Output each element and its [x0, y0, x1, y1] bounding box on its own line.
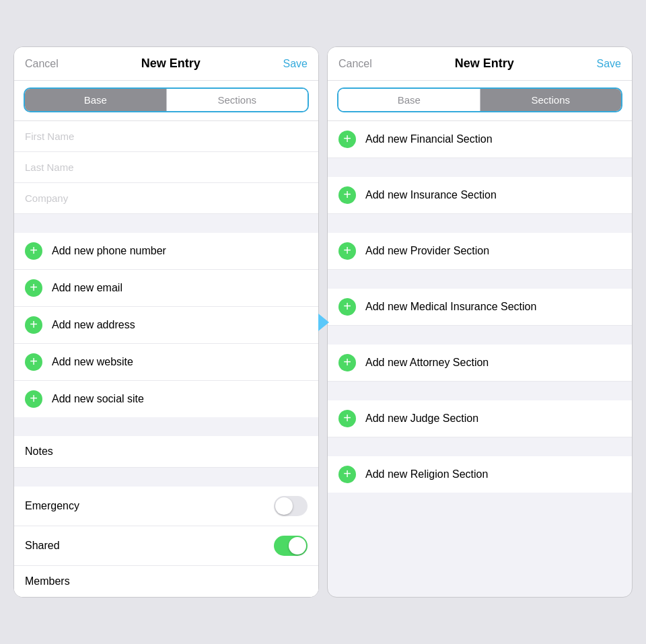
company-field[interactable] [14, 183, 318, 214]
add-address-item[interactable]: Add new address [14, 307, 318, 344]
add-email-label: Add new email [52, 282, 122, 294]
right-divider-6 [328, 437, 632, 456]
religion-label: Add new Religion Section [365, 468, 488, 480]
left-save-button[interactable]: Save [283, 58, 308, 70]
attorney-label: Add new Attorney Section [365, 357, 489, 369]
notes-label: Notes [25, 445, 92, 458]
right-divider-5 [328, 382, 632, 400]
company-input[interactable] [25, 192, 308, 204]
first-name-field[interactable] [14, 121, 318, 152]
emergency-toggle[interactable] [274, 496, 308, 516]
right-tab-base[interactable]: Base [338, 89, 480, 111]
judge-label: Add new Judge Section [365, 413, 478, 425]
medical-section-item[interactable]: Add new Medical Insurance Section [328, 289, 632, 326]
financial-plus-icon [338, 131, 356, 148]
insurance-plus-icon [338, 186, 356, 204]
right-panel: Cancel New Entry Save Base Sections Add … [327, 46, 633, 598]
left-header: Cancel New Entry Save [14, 47, 318, 81]
right-divider-1 [328, 158, 632, 177]
left-toggles-section: Emergency Shared Members [14, 487, 318, 597]
add-address-icon [25, 316, 42, 334]
right-header: Cancel New Entry Save [328, 47, 632, 81]
insurance-label: Add new Insurance Section [365, 189, 497, 201]
left-cancel-button[interactable]: Cancel [25, 58, 59, 70]
center-arrow-icon [318, 314, 329, 331]
add-website-icon [25, 353, 42, 371]
shared-label: Shared [25, 540, 60, 552]
shared-toggle[interactable] [274, 536, 308, 556]
first-name-input[interactable] [25, 131, 308, 142]
right-tab-bar: Base Sections [328, 81, 632, 121]
financial-label: Add new Financial Section [365, 133, 493, 145]
add-social-icon [25, 390, 42, 408]
medical-label: Add new Medical Insurance Section [365, 301, 536, 313]
last-name-input[interactable] [25, 162, 308, 173]
left-divider-2 [14, 417, 318, 436]
right-divider-4 [328, 326, 632, 345]
religion-plus-icon [338, 466, 356, 483]
add-email-item[interactable]: Add new email [14, 270, 318, 307]
financial-section-item[interactable]: Add new Financial Section [328, 121, 632, 158]
left-tab-bar: Base Sections [14, 81, 318, 121]
add-social-label: Add new social site [52, 393, 144, 405]
right-cancel-button[interactable]: Cancel [338, 58, 372, 70]
right-save-button[interactable]: Save [597, 58, 621, 70]
left-notes-section: Notes [14, 436, 318, 468]
last-name-field[interactable] [14, 152, 318, 183]
add-website-label: Add new website [52, 356, 133, 368]
emergency-toggle-knob [275, 497, 293, 515]
left-divider-3 [14, 468, 318, 487]
right-divider-2 [328, 214, 632, 233]
left-title: New Entry [141, 57, 201, 71]
emergency-label: Emergency [25, 500, 79, 512]
judge-plus-icon [338, 410, 356, 427]
right-divider-3 [328, 270, 632, 289]
attorney-plus-icon [338, 354, 356, 371]
right-sections-list: Add new Financial Section Add new Insura… [328, 121, 632, 493]
right-tab-sections[interactable]: Sections [480, 89, 622, 111]
left-actions-section: Add new phone number Add new email Add n… [14, 233, 318, 417]
add-website-item[interactable]: Add new website [14, 344, 318, 381]
left-tab-base[interactable]: Base [25, 89, 167, 111]
religion-section-item[interactable]: Add new Religion Section [328, 456, 632, 493]
right-tab-group: Base Sections [337, 87, 622, 112]
add-address-label: Add new address [52, 319, 135, 331]
insurance-section-item[interactable]: Add new Insurance Section [328, 177, 632, 214]
left-panel: Cancel New Entry Save Base Sections [13, 46, 319, 598]
add-social-item[interactable]: Add new social site [14, 381, 318, 417]
notes-row[interactable]: Notes [14, 436, 318, 468]
left-tab-sections[interactable]: Sections [167, 89, 308, 111]
members-label: Members [25, 575, 70, 587]
judge-section-item[interactable]: Add new Judge Section [328, 400, 632, 437]
medical-plus-icon [338, 298, 356, 316]
add-email-icon [25, 279, 42, 297]
left-tab-group: Base Sections [24, 87, 309, 112]
members-row[interactable]: Members [14, 566, 318, 597]
emergency-toggle-row[interactable]: Emergency [14, 487, 318, 526]
shared-toggle-knob [289, 537, 306, 554]
add-phone-icon [25, 242, 42, 260]
shared-toggle-row[interactable]: Shared [14, 526, 318, 566]
left-fields-section [14, 121, 318, 214]
notes-input[interactable] [92, 446, 308, 458]
attorney-section-item[interactable]: Add new Attorney Section [328, 345, 632, 382]
left-divider-1 [14, 214, 318, 233]
add-phone-item[interactable]: Add new phone number [14, 233, 318, 270]
add-phone-label: Add new phone number [52, 245, 166, 257]
provider-plus-icon [338, 242, 356, 260]
right-title: New Entry [455, 57, 514, 71]
provider-section-item[interactable]: Add new Provider Section [328, 233, 632, 270]
provider-label: Add new Provider Section [365, 245, 489, 257]
